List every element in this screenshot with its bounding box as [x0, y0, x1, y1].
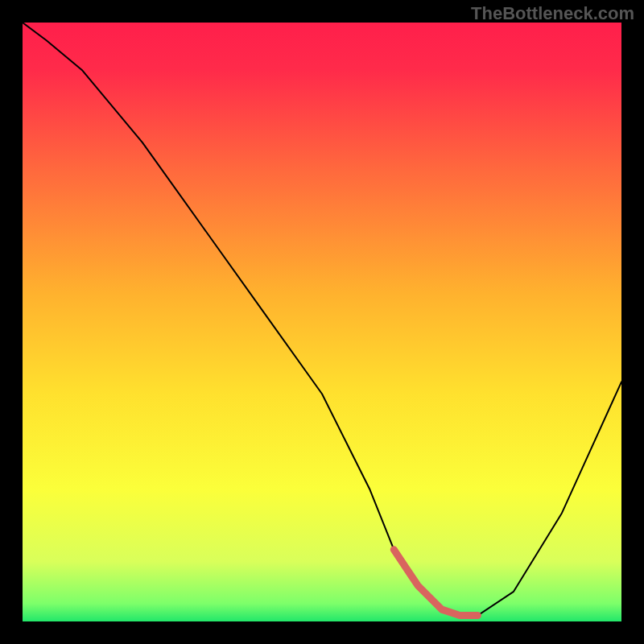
- min-region-highlight: [394, 550, 477, 616]
- plot-area: [23, 23, 621, 621]
- bottleneck-curve: [23, 23, 621, 616]
- curve-layer: [23, 23, 621, 621]
- watermark-label: TheBottleneck.com: [471, 3, 634, 24]
- chart-container: TheBottleneck.com: [0, 0, 644, 644]
